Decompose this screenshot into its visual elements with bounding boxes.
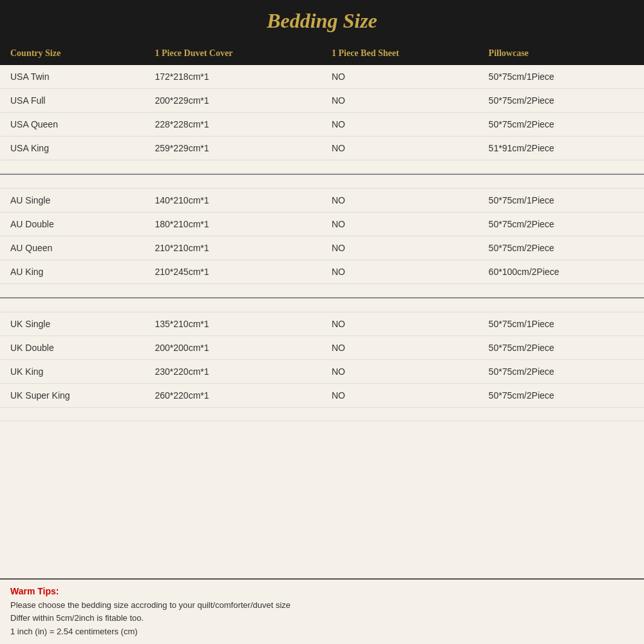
cell-duvet: 259*229cm*1 <box>147 137 324 160</box>
cell-pillow: 50*75cm/2Piece <box>481 360 644 384</box>
table-row: UK King230*220cm*1NO50*75cm/2Piece <box>0 360 644 384</box>
cell-duvet: 200*229cm*1 <box>147 89 324 113</box>
cell-pillow: 50*75cm/2Piece <box>481 89 644 113</box>
cell-size: AU Double <box>0 213 147 236</box>
col-header-pillow: Pillowcase <box>481 42 644 65</box>
page: Bedding Size Country Size 1 Piece Duvet … <box>0 0 644 644</box>
cell-duvet: 210*245cm*1 <box>147 260 324 284</box>
cell-size: AU Queen <box>0 236 147 260</box>
table-row: UK Single135*210cm*1NO50*75cm/1Piece <box>0 312 644 336</box>
cell-sheet: NO <box>324 260 481 284</box>
cell-sheet: NO <box>324 236 481 260</box>
cell-pillow: 50*75cm/2Piece <box>481 213 644 236</box>
cell-pillow: 50*75cm/1Piece <box>481 65 644 89</box>
table-row: AU Queen210*210cm*1NO50*75cm/2Piece <box>0 236 644 260</box>
section-gap <box>0 299 644 312</box>
tips-text: Please choose the bedding size accroding… <box>10 599 634 639</box>
table-container: Country Size 1 Piece Duvet Cover 1 Piece… <box>0 42 644 578</box>
cell-pillow: 50*75cm/2Piece <box>481 236 644 260</box>
cell-sheet: NO <box>324 189 481 213</box>
col-header-duvet: 1 Piece Duvet Cover <box>147 42 324 65</box>
cell-duvet: 200*200cm*1 <box>147 336 324 360</box>
cell-size: UK Double <box>0 336 147 360</box>
cell-sheet: NO <box>324 213 481 236</box>
table-row: USA Twin172*218cm*1NO50*75cm/1Piece <box>0 65 644 89</box>
tips-section: Warm Tips: Please choose the bedding siz… <box>0 578 644 644</box>
cell-sheet: NO <box>324 312 481 336</box>
cell-size: USA Full <box>0 89 147 113</box>
cell-sheet: NO <box>324 65 481 89</box>
header: Bedding Size <box>0 0 644 42</box>
table-row: USA Full200*229cm*1NO50*75cm/2Piece <box>0 89 644 113</box>
cell-duvet: 260*220cm*1 <box>147 384 324 408</box>
cell-pillow: 51*91cm/2Piece <box>481 137 644 160</box>
cell-size: USA Queen <box>0 113 147 137</box>
section-after-gap <box>0 408 644 421</box>
cell-pillow: 60*100cm/2Piece <box>481 260 644 284</box>
section-after-gap <box>0 160 644 174</box>
cell-duvet: 228*228cm*1 <box>147 113 324 137</box>
page-title: Bedding Size <box>0 9 644 33</box>
col-header-sheet: 1 Piece Bed Sheet <box>324 42 481 65</box>
table-row: UK Double200*200cm*1NO50*75cm/2Piece <box>0 336 644 360</box>
warm-tips-label: Warm Tips: <box>10 586 634 596</box>
table-row: AU Double180*210cm*1NO50*75cm/2Piece <box>0 213 644 236</box>
cell-sheet: NO <box>324 336 481 360</box>
table-row: UK Super King260*220cm*1NO50*75cm/2Piece <box>0 384 644 408</box>
cell-size: USA Twin <box>0 65 147 89</box>
cell-duvet: 180*210cm*1 <box>147 213 324 236</box>
cell-duvet: 172*218cm*1 <box>147 65 324 89</box>
bedding-size-table: Country Size 1 Piece Duvet Cover 1 Piece… <box>0 42 644 421</box>
cell-sheet: NO <box>324 113 481 137</box>
tip-line-2: Differ within 5cm/2inch is fitable too. <box>10 612 634 625</box>
cell-duvet: 140*210cm*1 <box>147 189 324 213</box>
cell-size: UK Single <box>0 312 147 336</box>
cell-duvet: 230*220cm*1 <box>147 360 324 384</box>
section-after-gap <box>0 284 644 298</box>
tip-line-1: Please choose the bedding size accroding… <box>10 599 634 612</box>
cell-sheet: NO <box>324 137 481 160</box>
section-gap <box>0 175 644 189</box>
cell-sheet: NO <box>324 384 481 408</box>
cell-pillow: 50*75cm/1Piece <box>481 312 644 336</box>
tip-line-3: 1 inch (in) = 2.54 centimeters (cm) <box>10 625 634 639</box>
cell-size: UK King <box>0 360 147 384</box>
table-row: AU King210*245cm*1NO60*100cm/2Piece <box>0 260 644 284</box>
cell-duvet: 210*210cm*1 <box>147 236 324 260</box>
cell-pillow: 50*75cm/1Piece <box>481 189 644 213</box>
cell-sheet: NO <box>324 360 481 384</box>
table-header-row: Country Size 1 Piece Duvet Cover 1 Piece… <box>0 42 644 65</box>
cell-size: USA King <box>0 137 147 160</box>
table-row: AU Single140*210cm*1NO50*75cm/1Piece <box>0 189 644 213</box>
cell-sheet: NO <box>324 89 481 113</box>
cell-duvet: 135*210cm*1 <box>147 312 324 336</box>
cell-pillow: 50*75cm/2Piece <box>481 113 644 137</box>
cell-pillow: 50*75cm/2Piece <box>481 336 644 360</box>
cell-pillow: 50*75cm/2Piece <box>481 384 644 408</box>
cell-size: AU Single <box>0 189 147 213</box>
table-row: USA King259*229cm*1NO51*91cm/2Piece <box>0 137 644 160</box>
cell-size: UK Super King <box>0 384 147 408</box>
cell-size: AU King <box>0 260 147 284</box>
col-header-country: Country Size <box>0 42 147 65</box>
table-row: USA Queen228*228cm*1NO50*75cm/2Piece <box>0 113 644 137</box>
